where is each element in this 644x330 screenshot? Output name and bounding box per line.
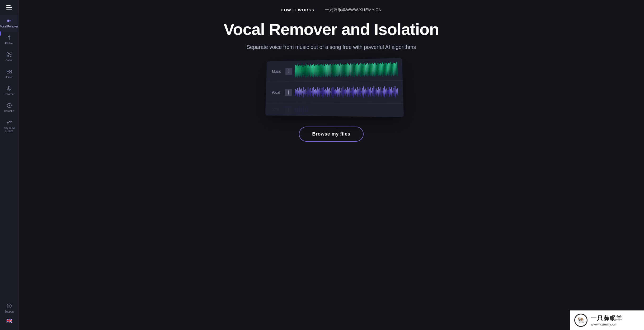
watermark-text-block: 一只薛眠羊 www.xuemy.cn [591, 314, 622, 326]
hamburger-button[interactable] [0, 0, 18, 15]
svg-rect-195 [386, 89, 387, 96]
svg-rect-175 [363, 86, 364, 98]
svg-rect-107 [390, 62, 391, 76]
svg-rect-81 [360, 63, 361, 77]
vocal-label: Vocal [270, 90, 282, 95]
svg-rect-55 [331, 66, 332, 75]
svg-rect-96 [378, 63, 379, 76]
sidebar-item-cutter[interactable]: Cutter [0, 48, 18, 65]
svg-rect-79 [358, 65, 359, 75]
svg-rect-127 [310, 88, 311, 97]
svg-rect-178 [366, 90, 367, 94]
svg-rect-92 [373, 64, 374, 75]
hero-title: Vocal Remover and Isolation [224, 20, 439, 38]
svg-rect-200 [392, 91, 393, 93]
svg-rect-161 [347, 87, 348, 97]
svg-rect-147 [331, 88, 332, 96]
browse-files-button[interactable]: Browse my files [299, 127, 364, 142]
svg-rect-197 [389, 87, 390, 97]
svg-rect-39 [314, 66, 315, 76]
svg-rect-22 [296, 66, 297, 77]
svg-rect-91 [372, 63, 373, 76]
svg-rect-45 [321, 64, 321, 77]
svg-rect-64 [341, 65, 342, 76]
language-button[interactable]: 🇬🇧 [4, 318, 14, 324]
svg-rect-13 [8, 86, 10, 89]
svg-rect-209 [303, 106, 304, 113]
svg-rect-151 [336, 90, 337, 94]
svg-rect-99 [381, 64, 382, 75]
reflection-slider [284, 106, 292, 113]
svg-rect-183 [372, 88, 373, 96]
svg-rect-83 [363, 64, 363, 76]
main-content: HOW IT WORKS 一只薛眠羊WWW.XUEMY.CN Vocal Rem… [18, 0, 644, 330]
xuemy-link[interactable]: 一只薛眠羊WWW.XUEMY.CN [325, 7, 382, 12]
svg-rect-152 [337, 87, 338, 97]
sidebar-item-pitcher[interactable]: Pitcher [0, 31, 18, 48]
svg-rect-41 [316, 65, 317, 77]
music-volume-slider[interactable] [285, 68, 292, 75]
svg-rect-30 [304, 66, 305, 76]
vocal-waveform-track [295, 85, 398, 99]
svg-rect-38 [313, 64, 314, 78]
svg-rect-101 [383, 64, 384, 75]
svg-rect-84 [364, 63, 364, 76]
svg-rect-90 [370, 64, 371, 76]
how-it-works-link[interactable]: HOW IT WORKS [281, 8, 314, 12]
svg-rect-181 [370, 87, 371, 97]
svg-rect-116 [298, 91, 299, 94]
svg-rect-190 [380, 87, 381, 97]
svg-rect-87 [367, 63, 368, 77]
svg-rect-163 [349, 88, 350, 97]
waveform-card: Music [265, 58, 404, 117]
vocal-remover-icon [6, 18, 12, 24]
svg-rect-185 [374, 90, 375, 95]
watermark-icon: 🐏 [577, 317, 585, 324]
svg-rect-98 [380, 63, 381, 76]
top-navigation: HOW IT WORKS 一只薛眠羊WWW.XUEMY.CN [281, 0, 382, 18]
svg-rect-115 [297, 88, 298, 97]
sidebar-item-karaoke[interactable]: Karaoke [0, 99, 18, 116]
svg-rect-205 [294, 108, 295, 112]
svg-rect-51 [327, 64, 328, 77]
svg-rect-162 [348, 89, 349, 95]
svg-rect-74 [352, 64, 353, 76]
svg-rect-172 [359, 87, 360, 97]
svg-rect-10 [10, 70, 12, 71]
sidebar-item-support[interactable]: Support [4, 300, 14, 316]
svg-rect-194 [385, 90, 386, 95]
svg-rect-166 [353, 87, 354, 98]
svg-rect-56 [332, 64, 333, 77]
sidebar-item-key-bpm[interactable]: Key BPM Finder [0, 116, 18, 136]
svg-rect-144 [328, 89, 329, 95]
svg-rect-85 [365, 65, 366, 75]
sidebar-item-label-cutter: Cutter [6, 59, 13, 62]
sidebar-item-recorder[interactable]: Recorder [0, 82, 18, 99]
hero-subtitle: Separate voice from music out of a song … [247, 43, 416, 51]
sidebar-item-label-karaoke: Karaoke [4, 110, 14, 113]
sidebar-bottom: Support 🇬🇧 [4, 300, 14, 330]
reflection-label: Vocal [269, 108, 281, 111]
svg-rect-57 [333, 65, 334, 76]
svg-rect-49 [325, 64, 326, 77]
recorder-icon [6, 85, 12, 92]
svg-rect-153 [338, 89, 339, 95]
cutter-icon [6, 52, 12, 58]
svg-rect-105 [388, 63, 389, 76]
svg-rect-73 [351, 65, 352, 76]
svg-rect-179 [368, 87, 368, 97]
vocal-waveform-row: Vocal [265, 81, 403, 104]
svg-rect-198 [390, 89, 391, 95]
vocal-volume-slider[interactable] [285, 89, 292, 96]
sidebar-item-joiner[interactable]: Joiner [0, 65, 18, 82]
sidebar-item-label-key-bpm: Key BPM Finder [0, 127, 18, 133]
svg-rect-44 [319, 65, 320, 77]
svg-rect-103 [386, 63, 387, 76]
svg-rect-173 [361, 91, 361, 94]
watermark-cn-text: 一只薛眠羊 [591, 314, 622, 322]
svg-rect-171 [358, 89, 359, 95]
sidebar-item-vocal-remover[interactable]: Vocal Remover [0, 15, 18, 31]
svg-rect-207 [299, 106, 299, 113]
svg-rect-128 [311, 91, 312, 94]
svg-rect-189 [379, 89, 380, 95]
